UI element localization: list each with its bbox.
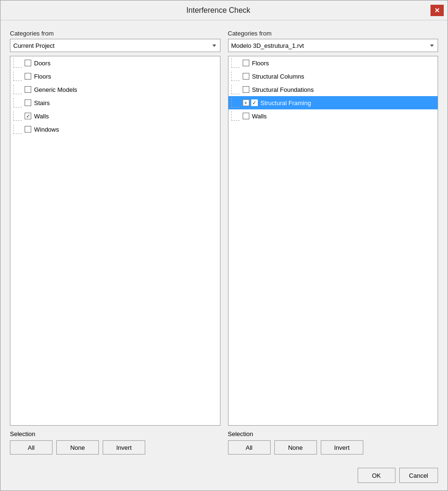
tree-line bbox=[13, 71, 22, 81]
tree-indent bbox=[13, 111, 23, 121]
tree-indent bbox=[13, 85, 23, 94]
list-item[interactable]: Doors bbox=[10, 56, 220, 70]
tree-indent bbox=[231, 98, 241, 107]
list-item[interactable]: Stairs bbox=[10, 96, 220, 109]
tree-line bbox=[231, 98, 240, 107]
tree-indent bbox=[231, 85, 241, 94]
list-item[interactable]: Generic Models bbox=[10, 83, 220, 96]
right-dropdown[interactable]: Modelo 3D_estrutura_1.rvt bbox=[228, 39, 439, 52]
expand-button-structural-framing[interactable]: + bbox=[243, 99, 249, 106]
item-label-structural-framing: Structural Framing bbox=[261, 99, 311, 107]
tree-indent bbox=[231, 111, 241, 121]
tree-line bbox=[13, 125, 22, 134]
checkbox-structural-framing[interactable] bbox=[251, 99, 258, 106]
list-item[interactable]: Windows bbox=[10, 123, 220, 136]
cancel-button[interactable]: Cancel bbox=[399, 468, 438, 483]
title-bar: Interference Check ✕ bbox=[0, 0, 448, 20]
tree-line bbox=[231, 111, 240, 121]
left-selection-section: Selection All None Invert bbox=[10, 430, 220, 455]
left-all-button[interactable]: All bbox=[10, 440, 53, 455]
right-none-button[interactable]: None bbox=[274, 440, 317, 455]
tree-indent bbox=[13, 98, 23, 107]
tree-line bbox=[13, 111, 22, 121]
checkbox-windows[interactable] bbox=[25, 126, 31, 133]
left-dropdown[interactable]: Current Project bbox=[10, 39, 220, 52]
item-label-stairs: Stairs bbox=[34, 99, 50, 107]
right-list: Floors Structural Columns bbox=[228, 56, 439, 426]
left-selection-buttons: All None Invert bbox=[10, 440, 220, 455]
checkbox-floors[interactable] bbox=[25, 73, 31, 80]
left-invert-button[interactable]: Invert bbox=[103, 440, 145, 455]
right-selection-section: Selection All None Invert bbox=[228, 430, 439, 455]
left-none-button[interactable]: None bbox=[56, 440, 99, 455]
tree-indent bbox=[231, 58, 241, 68]
panels-row: Categories from Current Project Doors bbox=[10, 30, 438, 455]
list-item[interactable]: Structural Foundations bbox=[228, 83, 438, 96]
right-panel: Categories from Modelo 3D_estrutura_1.rv… bbox=[228, 30, 439, 455]
left-categories-label: Categories from bbox=[10, 30, 220, 37]
interference-check-dialog: Interference Check ✕ Categories from Cur… bbox=[0, 0, 448, 491]
list-item[interactable]: Structural Columns bbox=[228, 70, 438, 83]
checkbox-doors[interactable] bbox=[25, 60, 31, 66]
tree-indent bbox=[13, 71, 23, 81]
right-invert-button[interactable]: Invert bbox=[321, 440, 363, 455]
item-label-floors: Floors bbox=[34, 73, 51, 80]
tree-line bbox=[13, 85, 22, 94]
item-label-doors: Doors bbox=[34, 60, 51, 67]
item-label-right-walls: Walls bbox=[252, 113, 267, 120]
checkbox-walls[interactable] bbox=[25, 113, 31, 119]
checkbox-structural-columns[interactable] bbox=[243, 73, 249, 80]
list-item[interactable]: Walls bbox=[228, 109, 438, 123]
checkbox-right-floors[interactable] bbox=[243, 60, 249, 66]
list-item[interactable]: Floors bbox=[228, 56, 438, 70]
dialog-footer: OK Cancel bbox=[0, 462, 448, 491]
item-label-structural-columns: Structural Columns bbox=[252, 73, 305, 80]
right-categories-label: Categories from bbox=[228, 30, 439, 37]
close-button[interactable]: ✕ bbox=[430, 5, 444, 16]
tree-line bbox=[13, 98, 22, 107]
item-label-walls: Walls bbox=[34, 113, 49, 120]
list-item[interactable]: Floors bbox=[10, 70, 220, 83]
left-panel: Categories from Current Project Doors bbox=[10, 30, 220, 455]
dialog-body: Categories from Current Project Doors bbox=[0, 20, 448, 462]
right-selection-label: Selection bbox=[228, 430, 439, 437]
left-selection-label: Selection bbox=[10, 430, 220, 437]
left-list: Doors Floors bbox=[10, 56, 220, 426]
tree-line bbox=[231, 71, 240, 81]
tree-line bbox=[231, 85, 240, 94]
tree-indent bbox=[13, 125, 23, 134]
list-item-structural-framing[interactable]: + Structural Framing bbox=[228, 96, 438, 109]
dialog-title: Interference Check bbox=[6, 6, 430, 15]
tree-line bbox=[13, 58, 22, 68]
item-label-windows: Windows bbox=[34, 126, 59, 133]
item-label-right-floors: Floors bbox=[252, 60, 269, 67]
list-item[interactable]: Walls bbox=[10, 109, 220, 123]
ok-button[interactable]: OK bbox=[358, 468, 395, 483]
checkbox-stairs[interactable] bbox=[25, 99, 31, 106]
checkbox-structural-foundations[interactable] bbox=[243, 86, 249, 93]
tree-indent bbox=[231, 71, 241, 81]
tree-line bbox=[231, 58, 240, 68]
checkbox-generic-models[interactable] bbox=[25, 86, 31, 93]
checkbox-right-walls[interactable] bbox=[243, 113, 249, 119]
tree-indent bbox=[13, 58, 23, 68]
right-all-button[interactable]: All bbox=[228, 440, 271, 455]
item-label-generic-models: Generic Models bbox=[34, 86, 77, 93]
right-selection-buttons: All None Invert bbox=[228, 440, 439, 455]
item-label-structural-foundations: Structural Foundations bbox=[252, 86, 314, 93]
